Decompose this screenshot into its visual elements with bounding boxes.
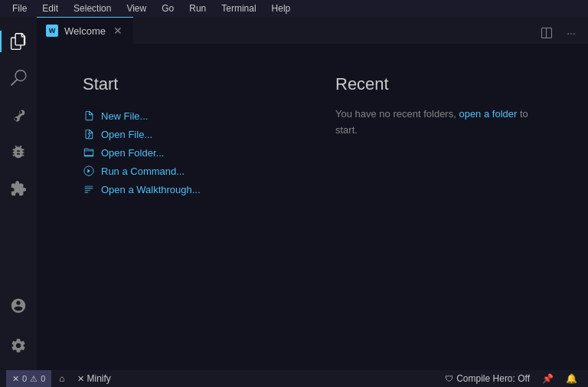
new-file-item[interactable]: New File... [83, 107, 289, 125]
activity-bar [0, 17, 37, 370]
open-walkthrough-item[interactable]: Open a Walkthrough... [83, 180, 289, 198]
menu-file[interactable]: File [6, 2, 33, 15]
open-folder-icon [83, 146, 95, 159]
start-title: Start [83, 74, 289, 94]
status-pin[interactable]: 📌 [537, 370, 558, 387]
open-file-label: Open File... [101, 129, 152, 140]
status-close[interactable]: ✕ Minify [73, 370, 116, 387]
status-bell[interactable]: 🔔 [561, 370, 582, 387]
open-walkthrough-label: Open a Walkthrough... [101, 184, 201, 195]
editor-area: W Welcome ✕ ··· Start [37, 17, 588, 370]
more-actions-button[interactable]: ··· [560, 22, 582, 44]
open-file-item[interactable]: Open File... [83, 125, 289, 143]
warning-icon: ⚠ [30, 374, 38, 384]
run-command-icon [83, 165, 95, 177]
tab-welcome-icon: W [46, 25, 58, 37]
open-file-icon [83, 128, 95, 140]
run-command-item[interactable]: Run a Command... [83, 162, 289, 180]
open-folder-link[interactable]: open a folder [459, 108, 517, 120]
tab-bar: W Welcome ✕ ··· [37, 17, 588, 44]
folder-name: Minify [87, 373, 111, 384]
recent-section: Recent You have no recent folders, open … [335, 74, 542, 339]
home-icon: ⌂ [59, 373, 64, 384]
tab-welcome[interactable]: W Welcome ✕ [37, 17, 133, 44]
menu-bar: File Edit Selection View Go Run Terminal… [0, 0, 588, 17]
remote-icon: ✕ [12, 374, 19, 384]
main-layout: W Welcome ✕ ··· Start [0, 17, 588, 370]
source-control-icon[interactable] [0, 97, 37, 133]
status-remote[interactable]: ✕ 0 ⚠ 0 [6, 370, 51, 387]
new-file-icon [83, 110, 95, 122]
menu-help[interactable]: Help [266, 2, 297, 15]
new-file-label: New File... [101, 110, 148, 122]
remote-label: 0 [22, 374, 27, 383]
welcome-content: Start New File... [37, 44, 588, 370]
tab-welcome-label: Welcome [64, 25, 106, 37]
menu-run[interactable]: Run [183, 2, 212, 15]
run-debug-icon[interactable] [0, 133, 37, 170]
tab-close-button[interactable]: ✕ [112, 25, 124, 37]
run-command-label: Run a Command... [101, 166, 185, 177]
open-folder-label: Open Folder... [101, 147, 164, 159]
recent-no-folders-text: You have no recent folders, open a folde… [335, 107, 542, 139]
settings-icon[interactable] [0, 327, 37, 364]
menu-selection[interactable]: Selection [67, 2, 117, 15]
explorer-icon[interactable] [0, 23, 37, 60]
warning-label: 0 [41, 374, 45, 383]
close-icon: ✕ [77, 374, 84, 384]
search-icon[interactable] [0, 60, 37, 97]
status-bar: ✕ 0 ⚠ 0 ⌂ ✕ Minify 🛡 Compile Hero: Off 📌… [0, 370, 588, 387]
status-home[interactable]: ⌂ [54, 370, 69, 387]
compile-hero-icon: 🛡 [445, 374, 453, 383]
recent-title: Recent [335, 74, 542, 94]
start-section: Start New File... [83, 74, 289, 339]
bell-icon: 🔔 [566, 373, 577, 384]
menu-go[interactable]: Go [155, 2, 180, 15]
menu-terminal[interactable]: Terminal [215, 2, 262, 15]
pin-icon: 📌 [542, 373, 554, 384]
menu-edit[interactable]: Edit [36, 2, 64, 15]
status-compile-hero[interactable]: 🛡 Compile Hero: Off [440, 370, 534, 387]
accounts-icon[interactable] [0, 287, 37, 324]
menu-view[interactable]: View [120, 2, 152, 15]
compile-hero-label: Compile Hero: Off [456, 373, 530, 384]
recent-no-folders-prefix: You have no recent folders, [335, 108, 459, 120]
split-editor-button[interactable] [536, 22, 557, 44]
tab-bar-actions: ··· [536, 22, 588, 44]
extensions-icon[interactable] [0, 170, 37, 207]
open-folder-item[interactable]: Open Folder... [83, 143, 289, 162]
walkthrough-icon [83, 183, 95, 195]
